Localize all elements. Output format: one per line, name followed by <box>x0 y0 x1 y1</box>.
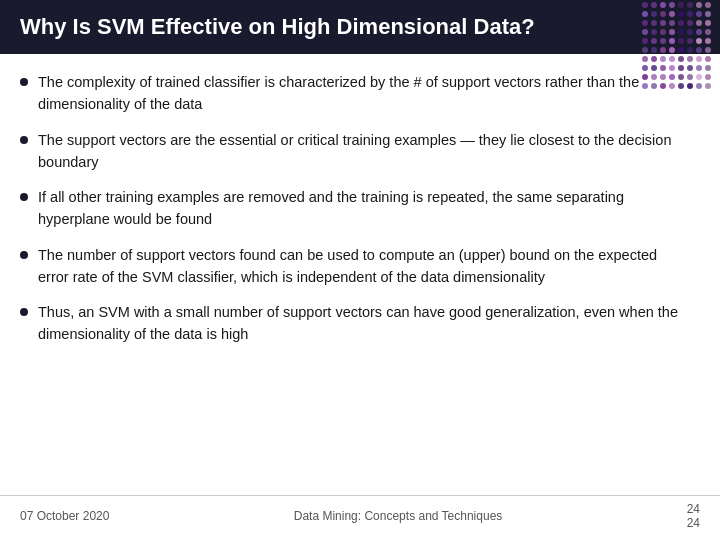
bullet-dot-4 <box>20 251 28 259</box>
footer-date: 07 October 2020 <box>20 509 109 523</box>
page-numbers: 24 24 <box>687 502 700 530</box>
bullet-item-4: The number of support vectors found can … <box>20 245 690 289</box>
bullet-item-5: Thus, an SVM with a small number of supp… <box>20 302 690 346</box>
bullet-text-2: The support vectors are the essential or… <box>38 130 690 174</box>
bullet-dot-3 <box>20 193 28 201</box>
footer-center-text: Data Mining: Concepts and Techniques <box>109 509 686 523</box>
bullet-text-3: If all other training examples are remov… <box>38 187 690 231</box>
bullet-dot-5 <box>20 308 28 316</box>
decorative-dot-grid <box>640 0 720 120</box>
bullet-text-4: The number of support vectors found can … <box>38 245 690 289</box>
bullet-text-5: Thus, an SVM with a small number of supp… <box>38 302 690 346</box>
slide-header: Why Is SVM Effective on High Dimensional… <box>0 0 720 54</box>
bullet-item-3: If all other training examples are remov… <box>20 187 690 231</box>
bullet-item-2: The support vectors are the essential or… <box>20 130 690 174</box>
bullet-dot-2 <box>20 136 28 144</box>
slide-footer: 07 October 2020 Data Mining: Concepts an… <box>0 495 720 530</box>
bullet-dot-1 <box>20 78 28 86</box>
slide: Why Is SVM Effective on High Dimensional… <box>0 0 720 540</box>
slide-content: The complexity of trained classifier is … <box>0 54 720 370</box>
page-number-top: 24 <box>687 502 700 516</box>
bullet-text-1: The complexity of trained classifier is … <box>38 72 690 116</box>
page-number-bottom: 24 <box>687 516 700 530</box>
bullet-item-1: The complexity of trained classifier is … <box>20 72 690 116</box>
slide-title: Why Is SVM Effective on High Dimensional… <box>20 14 535 40</box>
